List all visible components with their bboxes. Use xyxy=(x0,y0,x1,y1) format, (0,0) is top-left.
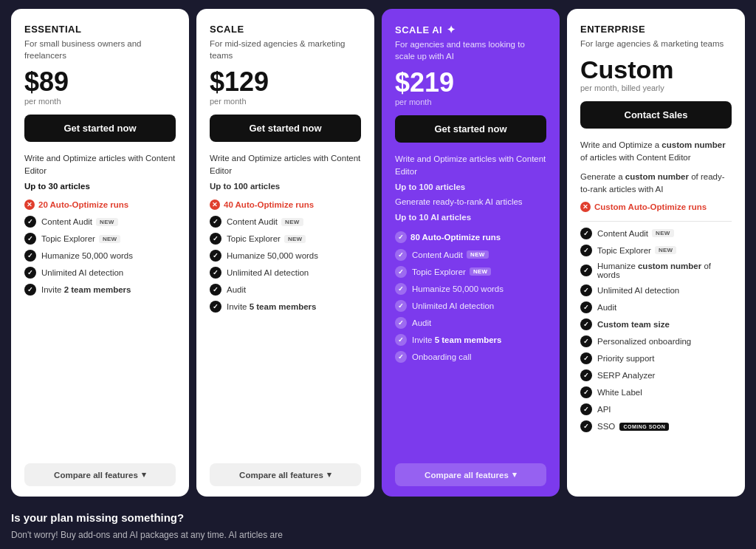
feature-list-enterprise: Content Audit NEW Topic Explorer NEW Hum… xyxy=(580,228,732,486)
check-icon xyxy=(24,233,36,245)
plan-desc-scale-ai: For agencies and teams looking to scale … xyxy=(395,38,546,62)
plan-price-scale: $129 xyxy=(210,69,361,95)
feature-text-3-scaleai: Generate ready-to-rank AI articles xyxy=(395,196,546,208)
check-icon xyxy=(395,300,407,312)
plan-name-enterprise: ENTERPRISE xyxy=(580,24,732,35)
auto-optimize-icon-scale: ✕ xyxy=(210,200,220,210)
enterprise-auto-optimize: ✕ Custom Auto-Optimize runs xyxy=(580,202,732,212)
check-icon xyxy=(580,228,592,239)
check-icon xyxy=(580,420,592,432)
feature-list-essential: Content Audit NEW Topic Explorer NEW Hum… xyxy=(24,216,176,339)
compare-btn-scale[interactable]: Compare all features ▾ xyxy=(210,463,361,486)
per-month-scale-ai: per month xyxy=(395,98,546,106)
bottom-desc: Don't worry! Buy add-ons and AI packages… xyxy=(11,528,745,542)
feature-item: Custom team size xyxy=(580,318,732,330)
feature-item: Invite 5 team members xyxy=(210,301,361,313)
check-icon xyxy=(395,266,407,278)
check-icon xyxy=(580,245,592,256)
plan-scale: SCALE For mid-sized agencies & marketing… xyxy=(196,9,374,497)
feature-text-4-scaleai: Up to 10 AI articles xyxy=(395,211,546,224)
plan-desc-enterprise: For large agencies & marketing teams xyxy=(580,38,732,50)
check-icon xyxy=(580,369,592,381)
check-icon xyxy=(24,250,36,262)
check-icon xyxy=(395,334,407,346)
feature-item: Personalized onboarding xyxy=(580,335,732,347)
check-icon xyxy=(210,284,221,296)
chevron-down-icon: ▾ xyxy=(327,470,331,480)
feature-item: Humanize 50,000 words xyxy=(24,250,176,262)
feature-item: Unlimited AI detection xyxy=(580,284,732,296)
cta-btn-scale[interactable]: Get started now xyxy=(210,115,361,142)
check-icon xyxy=(210,301,221,313)
check-icon xyxy=(24,216,36,228)
feature-item: Invite 2 team members xyxy=(24,284,176,296)
plan-essential: ESSENTIAL For small business owners and … xyxy=(11,9,189,497)
check-icon xyxy=(580,335,592,347)
compare-btn-scaleai[interactable]: Compare all features ▾ xyxy=(395,463,546,486)
feature-item: Priority support xyxy=(580,352,732,364)
auto-optimize-icon-enterprise: ✕ xyxy=(580,202,591,212)
cta-btn-essential[interactable]: Get started now xyxy=(24,115,176,142)
feature-text-2-scaleai: Up to 100 articles xyxy=(395,181,546,194)
check-icon-auto xyxy=(395,231,407,243)
bottom-section: Is your plan missing something? Don't wo… xyxy=(0,497,756,549)
feature-text-2-essential: Up to 30 articles xyxy=(24,180,176,193)
per-month-essential: per month xyxy=(24,97,176,106)
feature-item: Content Audit NEW xyxy=(395,249,546,261)
feature-list-scaleai: Content Audit NEW Topic Explorer NEW Hum… xyxy=(395,249,546,368)
feature-item: Onboarding call xyxy=(395,351,546,363)
coming-soon-badge: COMING SOON xyxy=(619,423,669,431)
auto-optimize-scale: ✕ 40 Auto-Optimize runs xyxy=(210,200,361,210)
feature-item: Humanize 50,000 words xyxy=(210,250,361,262)
plan-price-essential: $89 xyxy=(24,69,176,95)
feature-text-2-scale: Up to 100 articles xyxy=(210,180,361,193)
feature-item: Topic Explorer NEW xyxy=(580,245,732,256)
plan-price-enterprise: Custom xyxy=(580,57,732,82)
feature-text-1-essential: Write and Optimize articles with Content… xyxy=(24,152,176,177)
per-month-scale: per month xyxy=(210,97,361,106)
auto-optimize-essential: ✕ 20 Auto-Optimize runs xyxy=(24,200,176,210)
divider xyxy=(580,221,732,222)
pricing-area: ESSENTIAL For small business owners and … xyxy=(0,0,756,497)
per-month-enterprise: per month, billed yearly xyxy=(580,83,732,92)
sparkle-icon: ✦ xyxy=(447,24,456,35)
plan-price-scale-ai: $219 xyxy=(395,69,546,96)
plan-desc-essential: For small business owners and freelancer… xyxy=(24,38,176,61)
cta-btn-enterprise[interactable]: Contact Sales xyxy=(580,101,732,129)
feature-item: Humanize custom number of words xyxy=(580,262,732,279)
compare-btn-essential[interactable]: Compare all features ▾ xyxy=(24,463,176,486)
check-icon xyxy=(210,250,221,262)
plan-name-scale: SCALE xyxy=(210,24,361,35)
check-icon xyxy=(395,283,407,295)
feature-item: Audit xyxy=(580,301,732,313)
chevron-down-icon: ▾ xyxy=(512,470,517,480)
check-icon xyxy=(210,233,221,245)
feature-list-scale: Content Audit NEW Topic Explorer NEW Hum… xyxy=(210,216,361,339)
check-icon xyxy=(580,265,592,276)
check-icon xyxy=(210,267,221,279)
check-icon xyxy=(395,249,407,261)
auto-optimize-icon-essential: ✕ xyxy=(24,200,35,210)
check-icon xyxy=(395,317,407,329)
plan-desc-scale: For mid-sized agencies & marketing teams xyxy=(210,38,361,61)
plan-scale-ai: SCALE AI ✦ For agencies and teams lookin… xyxy=(382,9,560,497)
feature-text-1-scaleai: Write and Optimize articles with Content… xyxy=(395,153,546,177)
feature-item: White Label xyxy=(580,386,732,398)
check-icon xyxy=(210,216,221,228)
feature-item: Topic Explorer NEW xyxy=(395,266,546,278)
feature-text-1-enterprise: Write and Optimize a custom number of ar… xyxy=(580,139,732,163)
check-icon xyxy=(580,386,592,398)
check-icon xyxy=(24,267,36,279)
feature-item: SERP Analyzer xyxy=(580,369,732,381)
feature-item: Audit xyxy=(210,284,361,296)
cta-btn-scale-ai[interactable]: Get started now xyxy=(395,115,546,143)
auto-optimize-scaleai: 80 Auto-Optimize runs xyxy=(395,231,546,243)
feature-item: SSO COMING SOON xyxy=(580,420,732,432)
bottom-title: Is your plan missing something? xyxy=(11,511,745,524)
feature-item: Invite 5 team members xyxy=(395,334,546,346)
feature-item: Audit xyxy=(395,317,546,329)
feature-item: Unlimited AI detection xyxy=(210,267,361,279)
feature-text-2-enterprise: Generate a custom number of ready-to-ran… xyxy=(580,171,732,195)
feature-item: Unlimited AI detection xyxy=(395,300,546,312)
plan-name-scale-ai: SCALE AI ✦ xyxy=(395,24,546,35)
